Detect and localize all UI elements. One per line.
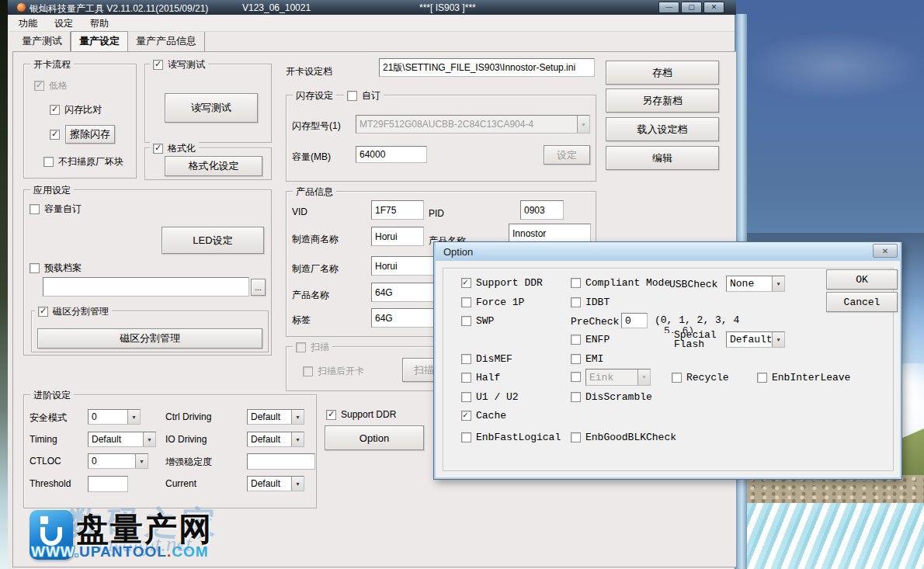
ctrl-driving-label: Ctrl Driving [165,411,211,422]
dropdown-arrow-icon: ▼ [291,410,304,424]
special-flash-label: Special Flash [674,331,722,349]
save-as-button[interactable]: 另存新档 [606,88,719,113]
minimize-button[interactable]: — [658,2,679,13]
preload-path-input[interactable] [43,277,249,297]
opt-eink-checkbox[interactable] [571,372,581,382]
checkbox-icon [461,278,471,288]
tab-production-settings[interactable]: 量产设定 [71,31,128,51]
option-dialog-title: Option [443,246,473,258]
option-dialog-close-button[interactable]: ✕ [873,244,898,258]
dropdown-arrow-icon: ▼ [127,410,140,424]
checkbox-icon [461,432,471,442]
capacity-label: 容量(MB) [292,151,331,164]
menu-bar: 功能 设定 帮助 [9,16,735,32]
browse-button[interactable]: ... [251,279,266,296]
checkbox-icon [50,105,60,115]
flash-custom-checkbox[interactable]: 自订 [347,89,380,102]
rw-test-button[interactable]: 读写测试 [165,93,258,123]
checkbox-icon [672,373,682,383]
menu-help[interactable]: 帮助 [90,17,109,30]
opt-recycle-checkbox[interactable]: Recycle [672,372,729,383]
usbcheck-select[interactable]: None ▼ [726,276,785,292]
config-file-input[interactable]: 21版\SETTING_FILE_IS903\Innostor-Setup.in… [379,58,595,77]
flash-model-label: 闪存型号(1) [292,120,341,133]
format-settings-button[interactable]: 格式化设定 [165,156,262,176]
maximize-button[interactable]: ▢ [681,2,702,13]
erase-flash-button[interactable]: 擦除闪存 [65,125,115,144]
menu-settings[interactable]: 设定 [54,17,73,30]
led-settings-button[interactable]: LED设定 [162,227,264,254]
vendor-label: 制造商名称 [292,233,339,246]
close-button[interactable]: ✕ [703,2,724,13]
ok-button[interactable]: OK [826,269,898,290]
option-button[interactable]: Option [325,425,424,450]
opt-support-ddr-checkbox[interactable]: Support DDR [461,277,543,289]
capacity-input[interactable]: 64000 [356,146,427,163]
dropdown-arrow-icon: ▼ [291,477,304,491]
save-button[interactable]: 存档 [606,61,719,85]
checkbox-icon [571,432,581,442]
tab-product-info[interactable]: 量产产品信息 [128,32,205,51]
rw-test-checkbox[interactable]: 读写测试 [153,58,205,71]
io-driving-select[interactable]: Default ▼ [247,432,304,447]
checkbox-icon [571,372,581,382]
menu-function[interactable]: 功能 [19,17,37,30]
flash-compare-checkbox[interactable]: 闪存比对 [50,103,102,116]
format-checkbox[interactable]: 格式化 [153,142,196,155]
opt-cache-checkbox[interactable]: Cache [461,410,506,422]
io-driving-label: IO Driving [165,434,207,445]
safe-mode-select[interactable]: 0 ▼ [88,409,141,425]
tab-production-test[interactable]: 量产测试 [14,32,71,51]
ctloc-select[interactable]: 0 ▼ [88,453,148,469]
checkbox-icon [571,354,581,364]
opt-disscramble-checkbox[interactable]: DisScramble [571,391,652,403]
checkbox-icon [461,373,471,383]
config-file-label: 开卡设定档 [286,65,332,78]
precheck-label: PreCheck [571,316,619,328]
vendor-input[interactable]: Horui [371,227,424,246]
cancel-button[interactable]: Cancel [826,292,898,312]
opt-half-checkbox[interactable]: Half [461,372,500,383]
opt-enbinterleave-checkbox[interactable]: EnbInterLeave [757,372,850,383]
opt-idbt-checkbox[interactable]: IDBT [571,297,610,308]
erase-flash-checkbox[interactable] [50,130,60,140]
preload-checkbox[interactable]: 预载档案 [30,262,82,275]
opt-enfp-checkbox[interactable]: ENFP [571,334,610,345]
edit-button[interactable]: 编辑 [606,146,719,170]
support-ddr-checkbox[interactable]: Support DDR [326,409,396,420]
ctrl-driving-select[interactable]: Default ▼ [247,409,304,425]
opt-enbfastlogical-checkbox[interactable]: EnbFastLogical [461,432,561,443]
opt-force-1p-checkbox[interactable]: Force 1P [461,297,524,308]
opt-enbgoodblkcheck-checkbox[interactable]: EnbGoodBLKCheck [571,432,676,443]
partition-manage-button[interactable]: 磁区分割管理 [37,328,262,349]
usbcheck-label: USBCheck [669,279,717,290]
skip-bad-block-checkbox[interactable]: 不扫描原厂坏块 [43,155,123,168]
opt-swp-checkbox[interactable]: SWP [461,315,494,327]
precheck-input[interactable]: 0 [621,313,648,328]
opt-dismef-checkbox[interactable]: DisMEF [461,353,512,365]
opt-u1u2-checkbox[interactable]: U1 / U2 [461,391,519,403]
dropdown-arrow-icon: ▼ [291,432,304,446]
dropdown-arrow-icon: ▼ [637,370,650,385]
partition-checkbox[interactable]: 磁区分割管理 [38,305,109,318]
low-format-checkbox[interactable]: 低格 [34,79,68,92]
opt-emi-checkbox[interactable]: EMI [571,353,603,365]
checkbox-icon [303,366,313,376]
threshold-input[interactable] [88,476,128,492]
timing-select[interactable]: Default ▼ [88,432,156,447]
pid-input[interactable]: 0903 [520,200,564,220]
safe-mode-label: 安全模式 [30,411,67,425]
flash-model-select: MT29F512G08AUCBB-2C84C13CA904-4 ▼ [356,115,590,134]
vid-input[interactable]: 1F75 [371,200,424,220]
capacity-custom-checkbox[interactable]: 容量自订 [30,203,82,216]
window-title: 银灿科技量产工具 V2.11.02.11(2015/09/21) [30,2,208,16]
current-select[interactable]: Default ▼ [247,476,304,491]
scan-after-open-checkbox: 扫描后开卡 [303,365,364,378]
product-name-input[interactable]: Innostor [509,224,591,243]
maximize-icon: ▢ [688,4,695,11]
stability-input[interactable] [247,453,315,470]
load-config-button[interactable]: 载入设定档 [606,117,719,141]
special-flash-select[interactable]: Default ▼ [726,331,785,348]
opt-compliant-mode-checkbox[interactable]: Compliant Mode [571,277,670,289]
checkbox-icon [571,278,581,288]
